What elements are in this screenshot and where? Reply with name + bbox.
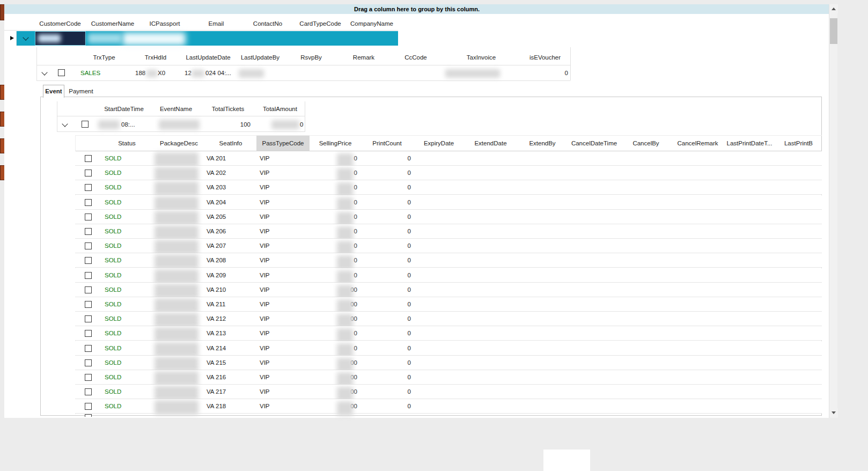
- tab-event[interactable]: Event: [43, 85, 64, 98]
- ticket-status: SOLD: [105, 297, 121, 312]
- ticket-row[interactable]: SOLD VA 215 VIP 00 0: [75, 356, 822, 370]
- ticket-status: SOLD: [105, 195, 121, 210]
- row-checkbox[interactable]: [85, 272, 92, 279]
- row-checkbox[interactable]: [85, 155, 92, 162]
- ticket-row[interactable]: SOLD VA 213 VIP 0 0: [75, 326, 822, 341]
- selling-price-redacted: [337, 328, 353, 343]
- collapse-row-icon[interactable]: [23, 34, 28, 40]
- column-header-passtypecode[interactable]: PassTypeCode: [256, 136, 310, 151]
- column-header-totalamount[interactable]: TotalAmount: [263, 105, 297, 113]
- row-checkbox[interactable]: [85, 228, 92, 235]
- row-checkbox[interactable]: [82, 121, 89, 128]
- ticket-row[interactable]: SOLD VA 210 VIP 00 0: [75, 283, 822, 297]
- column-header-extenddate[interactable]: ExtendDate: [465, 136, 517, 151]
- ticket-passtype: VIP: [260, 399, 270, 414]
- ticket-status: SOLD: [105, 210, 121, 224]
- ticket-status: SOLD: [105, 151, 121, 166]
- column-header-trxhdid[interactable]: TrxHdId: [145, 53, 166, 62]
- customer-name-redacted: [88, 33, 121, 43]
- row-checkbox[interactable]: [85, 374, 92, 381]
- row-checkbox[interactable]: [85, 257, 92, 264]
- ticket-row[interactable]: SOLD VA 201 VIP 0 0: [75, 151, 822, 166]
- column-header-customercode[interactable]: CustomerCode: [39, 19, 80, 28]
- column-header-contactno[interactable]: ContactNo: [253, 19, 282, 28]
- column-header-icpassport[interactable]: ICPassport: [150, 19, 180, 28]
- column-header-extendby[interactable]: ExtendBy: [517, 136, 568, 151]
- column-header-cancelby[interactable]: CancelBy: [620, 136, 672, 151]
- column-header-seatinfo[interactable]: SeatInfo: [205, 136, 256, 151]
- column-header-expirydate[interactable]: ExpiryDate: [413, 136, 465, 151]
- row-checkbox[interactable]: [85, 170, 92, 176]
- row-checkbox[interactable]: [58, 69, 65, 76]
- tab-payment[interactable]: Payment: [67, 85, 95, 98]
- row-checkbox[interactable]: [85, 199, 92, 206]
- scrollbar-thumb[interactable]: [830, 18, 837, 44]
- column-header-eventname[interactable]: EventName: [160, 105, 192, 113]
- ticket-row[interactable]: SOLD VA 211 VIP 00 0: [75, 297, 822, 312]
- column-header-email[interactable]: Email: [209, 19, 224, 28]
- row-checkbox[interactable]: [85, 214, 92, 220]
- column-header-lastupdateby[interactable]: LastUpdateBy: [241, 53, 279, 62]
- ticket-passtype: VIP: [260, 210, 270, 224]
- ticket-row[interactable]: SOLD VA 205 VIP 0 0: [75, 210, 822, 224]
- selling-price-redacted: [337, 182, 353, 197]
- column-header-remark[interactable]: Remark: [353, 53, 374, 62]
- scroll-down-button[interactable]: [829, 408, 838, 417]
- row-checkbox[interactable]: [85, 315, 92, 322]
- row-checkbox[interactable]: [85, 184, 92, 191]
- ticket-seat: VA 203: [207, 180, 226, 195]
- ticket-row[interactable]: SOLD VA 218 VIP 00 0: [75, 399, 822, 414]
- ticket-row[interactable]: SOLD VA 212 VIP 00 0: [75, 312, 822, 326]
- column-header-totaltickets[interactable]: TotalTickets: [212, 105, 244, 113]
- scroll-up-button[interactable]: [829, 4, 838, 13]
- row-checkbox[interactable]: [85, 286, 92, 293]
- row-checkbox[interactable]: [85, 242, 92, 249]
- row-checkbox[interactable]: [85, 301, 92, 308]
- ticket-row[interactable]: SOLD VA 207 VIP 0 0: [75, 239, 822, 253]
- column-header-startdatetime[interactable]: StartDateTime: [104, 105, 144, 113]
- row-checkbox[interactable]: [85, 403, 92, 410]
- ticket-row[interactable]: SOLD VA 209 VIP 0 0: [75, 268, 822, 283]
- group-by-bar[interactable]: Drag a column here to group by this colu…: [4, 4, 829, 14]
- column-header-printcount[interactable]: PrintCount: [361, 136, 413, 151]
- package-desc-redacted: [155, 386, 198, 400]
- column-header-taxinvoice[interactable]: TaxInvoice: [467, 53, 496, 62]
- ticket-row[interactable]: SOLD VA 216 VIP 00 0: [75, 370, 822, 385]
- column-header-status[interactable]: Status: [101, 136, 153, 151]
- ticket-row[interactable]: SOLD VA 208 VIP 0 0: [75, 253, 822, 268]
- ticket-row[interactable]: SOLD VA 217 VIP 00 0: [75, 385, 822, 399]
- column-header-isevoucher[interactable]: isEVoucher: [529, 53, 561, 62]
- column-header-cccode[interactable]: CcCode: [404, 53, 427, 62]
- column-header-cardtypecode[interactable]: CardTypeCode: [299, 19, 341, 28]
- column-header-trxtype[interactable]: TrxType: [93, 53, 115, 62]
- row-checkbox[interactable]: [85, 330, 92, 337]
- column-header-lastprintby[interactable]: LastPrintB: [775, 136, 822, 151]
- ticket-status: SOLD: [105, 312, 121, 326]
- ticket-printcount: 0: [400, 326, 411, 341]
- column-header-sellingprice[interactable]: SellingPrice: [310, 136, 361, 151]
- row-checkbox[interactable]: [85, 388, 92, 395]
- ticket-row[interactable]: SOLD VA 202 VIP 0 0: [75, 166, 822, 180]
- column-header-lastupdatedate[interactable]: LastUpdateDate: [186, 53, 230, 62]
- ticket-seat: VA 217: [207, 385, 226, 399]
- row-checkbox[interactable]: [85, 359, 92, 366]
- column-header-packagedesc[interactable]: PackageDesc: [153, 136, 205, 151]
- ticket-row[interactable]: SOLD VA 204 VIP 0 0: [75, 195, 822, 210]
- column-header-canceldatetime[interactable]: CancelDateTime: [568, 136, 620, 151]
- column-header-lastprintdate[interactable]: LastPrintDateT...: [724, 136, 775, 151]
- column-header-rsvpby[interactable]: RsvpBy: [300, 53, 322, 62]
- column-header-customername[interactable]: CustomerName: [91, 19, 135, 28]
- ticket-row[interactable]: SOLD VA 214 VIP 0 0: [75, 341, 822, 356]
- vertical-scrollbar[interactable]: [829, 4, 837, 418]
- row-checkbox[interactable]: [85, 345, 92, 352]
- triangle-up-icon: [832, 8, 836, 10]
- total-amount-redacted: [271, 120, 299, 129]
- row-indicator: [7, 31, 17, 46]
- ticket-printcount: 0: [400, 341, 411, 356]
- customer-row-selected[interactable]: [17, 31, 398, 46]
- column-header-companyname[interactable]: CompanyName: [350, 19, 393, 28]
- ticket-row[interactable]: SOLD VA 206 VIP 0 0: [75, 224, 822, 239]
- ticket-seat: VA 211: [207, 297, 225, 312]
- ticket-row[interactable]: SOLD VA 203 VIP 0 0: [75, 180, 822, 195]
- column-header-cancelremark[interactable]: CancelRemark: [672, 136, 724, 151]
